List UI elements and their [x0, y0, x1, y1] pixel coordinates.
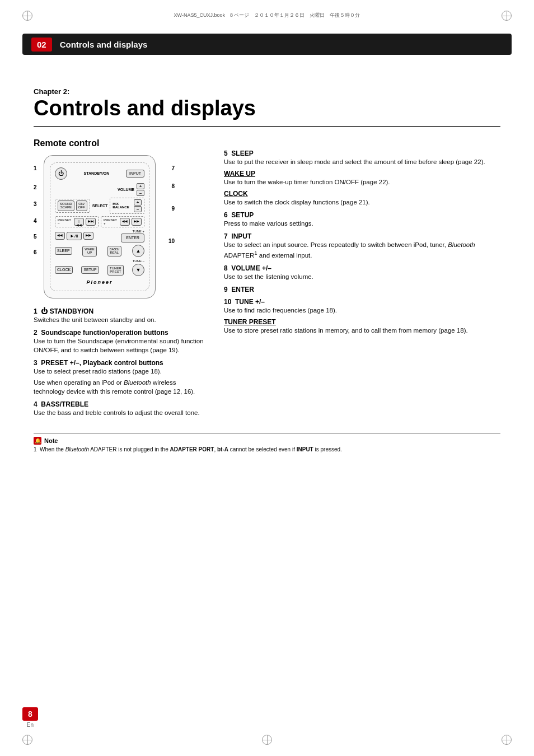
- file-info: XW-NAS5_CUXJ.book 8 ページ ２０１０年１月２６日 火曜日 午…: [174, 12, 360, 19]
- volume-plus[interactable]: +: [137, 183, 144, 189]
- sleep-btn[interactable]: SLEEP: [55, 247, 72, 255]
- remote-diagram: ⏻ STANDBY/ON INPUT VOLUME + –: [44, 155, 156, 298]
- remote-row-3: PRESET – |◀◀ ▶▶| PRESET + ◀◀ ▶▶: [55, 216, 144, 227]
- preset-plus-group: PRESET + ◀◀ ▶▶: [101, 216, 144, 227]
- standby-btn[interactable]: ⏻: [55, 167, 67, 180]
- item-1-title: 1 ⏻ STANDBY/ON: [34, 307, 207, 315]
- main-content: Remote control 1 2 3 4 5 6 7 8 9 10 ⏻ ST…: [34, 138, 500, 422]
- mix-minus[interactable]: –: [134, 206, 142, 212]
- item-6-title: 6 SETUP: [224, 211, 500, 219]
- remote-row-6: CLOCK SETUP TUNERPREST ▼: [55, 264, 144, 276]
- wake-up-body: Use to turn the wake-up timer function O…: [224, 178, 500, 186]
- reg-mark-tl: [22, 11, 32, 21]
- item-1-body: Switches the unit between standby and on…: [34, 315, 207, 324]
- tuner-preset-sub-title: TUNER PRESET: [224, 318, 500, 326]
- chapter-section: Chapter 2: Controls and displays: [34, 72, 500, 127]
- clock-body: Use to switch the clock display function…: [224, 198, 500, 207]
- playback-group: ◀◀ ►/II ▶▶: [55, 232, 93, 241]
- label-7: 7: [171, 165, 175, 171]
- item-4: 4 BASS/TREBLE Use the bass and treble co…: [34, 400, 207, 417]
- header-title: Controls and displays: [60, 40, 148, 49]
- tune-minus-row: TUNE –: [55, 259, 144, 263]
- registration-marks-top: XW-NAS5_CUXJ.book 8 ページ ２０１０年１月２６日 火曜日 午…: [0, 0, 534, 31]
- down-btn[interactable]: ▼: [132, 264, 144, 276]
- wake-up-btn[interactable]: WAKEUP: [82, 246, 96, 256]
- prev-track-btn[interactable]: ◀◀: [55, 232, 65, 240]
- volume-controls: + –: [137, 183, 144, 196]
- chapter-label: Chapter 2:: [34, 87, 500, 96]
- remote-inner: ⏻ STANDBY/ON INPUT VOLUME + –: [50, 162, 149, 291]
- up-btn[interactable]: ▲: [132, 245, 144, 257]
- prev-btn[interactable]: |◀◀: [74, 218, 84, 226]
- left-column: Remote control 1 2 3 4 5 6 7 8 9 10 ⏻ ST…: [34, 138, 207, 422]
- item-3-body: Use to select preset radio stations (pag…: [34, 367, 207, 376]
- reg-mark-br: [502, 735, 512, 745]
- remote-control-heading: Remote control: [34, 138, 207, 148]
- label-6: 6: [34, 249, 37, 255]
- item-7-body: Use to select an input source. Press rep…: [224, 240, 500, 260]
- item-5-sub2: CLOCK Use to switch the clock display fu…: [224, 190, 500, 207]
- item-10: 10 TUNE +/– Use to find radio frequencie…: [224, 298, 500, 335]
- item-10-body: Use to find radio frequencies (page 18).: [224, 306, 500, 315]
- item-9-title: 9 ENTER: [224, 286, 500, 293]
- soundscape-btn[interactable]: SOUNDSCAPE: [58, 200, 74, 211]
- rew-btn[interactable]: ▶▶: [132, 218, 142, 226]
- clock-btn[interactable]: CLOCK: [55, 266, 73, 274]
- item-8-title: 8 VOLUME +/–: [224, 264, 500, 272]
- remote-row-1: ⏻ STANDBY/ON INPUT: [55, 167, 144, 180]
- preset-plus-label: PRESET +: [104, 218, 118, 225]
- bass-real-btn[interactable]: BASS/REAL: [107, 246, 122, 256]
- remote-row-4: ◀◀ ►/II ▶▶ TUNE + ENTER: [55, 230, 144, 242]
- select-label: SELECT: [92, 204, 108, 208]
- tune-plus-label: TUNE +: [132, 230, 144, 233]
- ff-btn[interactable]: ◀◀: [120, 218, 130, 226]
- tune-minus-label: TUNE –: [133, 259, 144, 263]
- standby-label: STANDBY/ON: [84, 171, 110, 175]
- next-track-btn[interactable]: ▶▶: [83, 232, 93, 240]
- item-2-body: Use to turn the Soundscape (environmenta…: [34, 337, 207, 354]
- page-lang: En: [22, 722, 38, 728]
- note-icon: 🔔: [34, 437, 41, 445]
- chapter-divider: [34, 126, 500, 127]
- item-10-title: 10 TUNE +/–: [224, 298, 500, 306]
- item-10-sub1: TUNER PRESET Use to store preset ratio s…: [224, 318, 500, 335]
- note-header: 🔔 Note: [34, 437, 500, 445]
- label-5: 5: [34, 234, 37, 240]
- item-4-body: Use the bass and treble controls to adju…: [34, 408, 207, 417]
- remote-row-5: SLEEP WAKEUP BASS/REAL ▲: [55, 245, 144, 257]
- item-3-title: 3 PRESET +/–, Playback control buttons: [34, 359, 207, 367]
- tune-enter-group: TUNE + ENTER: [121, 230, 144, 242]
- item-3: 3 PRESET +/–, Playback control buttons U…: [34, 359, 207, 395]
- reg-mark-bc: [262, 735, 272, 745]
- preset-minus-group: PRESET – |◀◀ ▶▶|: [55, 216, 99, 227]
- on-off-btn[interactable]: ON/OFF: [76, 200, 87, 211]
- item-5-sub1: WAKE UP Use to turn the wake-up timer fu…: [224, 170, 500, 186]
- tuner-preset-btn[interactable]: TUNERPREST: [107, 265, 124, 276]
- remote-row-2: SOUNDSCAPE ON/OFF SELECT MIX BALANCE + –: [55, 198, 144, 214]
- item-2-title: 2 Soundscape function/operation buttons: [34, 329, 207, 337]
- item-7-title: 7 INPUT: [224, 232, 500, 240]
- mix-balance-controls: + –: [134, 199, 142, 212]
- play-pause-btn[interactable]: ►/II: [67, 232, 82, 241]
- volume-minus[interactable]: –: [137, 190, 144, 196]
- mix-balance-label: MIX BALANCE: [113, 202, 132, 209]
- header-bar: 02 Controls and displays: [22, 34, 512, 55]
- label-8: 8: [171, 183, 175, 189]
- label-4: 4: [34, 218, 37, 224]
- page-number-section: 8 En: [22, 707, 38, 728]
- page-number: 8: [22, 707, 38, 721]
- item-1: 1 ⏻ STANDBY/ON Switches the unit between…: [34, 307, 207, 324]
- item-8-body: Use to set the listening volume.: [224, 272, 500, 281]
- items-left: 1 ⏻ STANDBY/ON Switches the unit between…: [34, 307, 207, 417]
- item-5: 5 SLEEP Use to put the receiver in sleep…: [224, 150, 500, 207]
- enter-btn[interactable]: ENTER: [121, 234, 144, 242]
- input-btn[interactable]: INPUT: [126, 170, 144, 178]
- setup-btn[interactable]: SETUP: [81, 266, 99, 274]
- mix-plus[interactable]: +: [134, 199, 142, 206]
- item-6: 6 SETUP Press to make various settings.: [224, 211, 500, 228]
- items-right: 5 SLEEP Use to put the receiver in sleep…: [224, 150, 500, 335]
- item-8: 8 VOLUME +/– Use to set the listening vo…: [224, 264, 500, 281]
- registration-marks-bottom: [0, 735, 534, 745]
- next-btn[interactable]: ▶▶|: [86, 218, 96, 226]
- item-5-body: Use to put the receiver in sleep mode an…: [224, 157, 500, 166]
